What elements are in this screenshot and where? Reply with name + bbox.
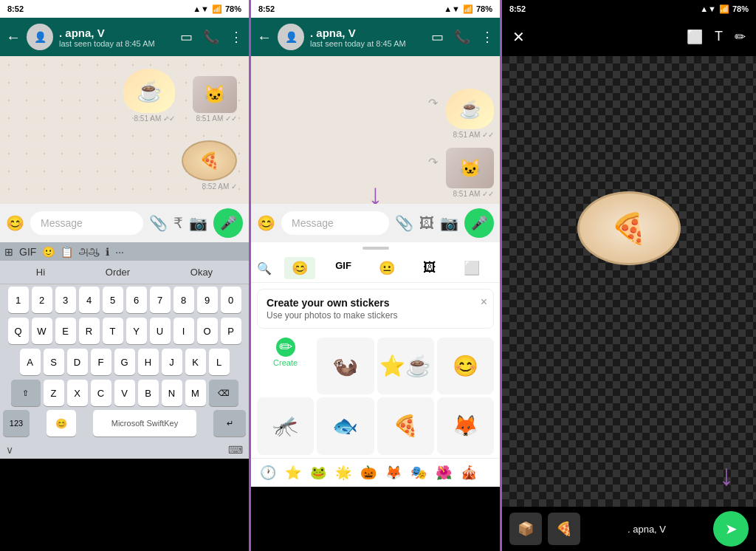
close-icon-p3[interactable]: ✕ bbox=[512, 28, 525, 46]
sticker-item-3[interactable]: 😊 bbox=[437, 338, 494, 394]
key-x[interactable]: X bbox=[67, 380, 88, 406]
camera-icon-p2[interactable]: 📷 bbox=[440, 214, 458, 232]
suggestion-okay[interactable]: Okay bbox=[190, 267, 213, 278]
key-f[interactable]: F bbox=[91, 349, 111, 375]
sticker-item-5[interactable]: 🐟 bbox=[317, 397, 374, 454]
mic-button-p1[interactable]: 🎤 bbox=[213, 208, 243, 238]
message-input-p1[interactable]: Message bbox=[30, 211, 143, 235]
sticker-item-2[interactable]: ⭐☕ bbox=[377, 338, 434, 394]
sticker-thumb-1[interactable]: 📦 bbox=[509, 513, 542, 545]
sticker-tab-create[interactable]: ⬜ bbox=[456, 257, 487, 279]
key-s[interactable]: S bbox=[44, 349, 64, 375]
key-a[interactable]: A bbox=[20, 349, 41, 375]
key-j[interactable]: J bbox=[162, 349, 182, 375]
key-shift[interactable]: ⇧ bbox=[11, 380, 41, 406]
phone-icon-p2[interactable]: 📞 bbox=[454, 29, 470, 45]
sticker-tab-stickers[interactable]: 🖼 bbox=[416, 257, 444, 279]
key-emoji[interactable]: 😊 bbox=[47, 410, 76, 437]
key-6[interactable]: 6 bbox=[126, 287, 147, 313]
forward-icon-2[interactable]: ↷ bbox=[428, 155, 438, 169]
sticker-frame-icon[interactable]: ⬜ bbox=[687, 29, 703, 45]
back-button-p2[interactable]: ← bbox=[257, 29, 272, 46]
sticker-tab-pack7[interactable]: 🎪 bbox=[461, 465, 477, 481]
sticker-item-4[interactable]: 🦟 bbox=[257, 397, 314, 454]
message-input-p2[interactable]: Message bbox=[281, 211, 389, 235]
create-sticker-button[interactable]: ✏ bbox=[276, 338, 295, 357]
key-m[interactable]: M bbox=[185, 380, 206, 406]
key-c[interactable]: C bbox=[91, 380, 111, 406]
sticker-thumb-2[interactable]: 🍕 bbox=[548, 513, 580, 545]
kb-tool-info[interactable]: ℹ bbox=[106, 246, 109, 258]
key-g[interactable]: G bbox=[114, 349, 135, 375]
suggestion-hi[interactable]: Hi bbox=[36, 267, 45, 278]
kb-tool-gif[interactable]: GIF bbox=[19, 246, 36, 258]
attach-icon-p1[interactable]: 📎 bbox=[149, 214, 168, 232]
create-banner-close[interactable]: × bbox=[481, 295, 487, 309]
sticker-tab-pack5[interactable]: 🎭 bbox=[410, 465, 427, 481]
key-v[interactable]: V bbox=[114, 380, 135, 406]
kb-tool-1[interactable]: ⊞ bbox=[4, 246, 13, 258]
sticker-tab-emoji[interactable]: 😊 bbox=[284, 257, 315, 279]
key-l[interactable]: L bbox=[209, 349, 230, 375]
suggestion-order[interactable]: Order bbox=[106, 267, 130, 278]
key-r[interactable]: R bbox=[79, 318, 100, 344]
sticker-item-7[interactable]: 🦊 bbox=[437, 397, 494, 454]
sticker-tab-recent[interactable]: 🕐 bbox=[260, 465, 276, 481]
mic-button-p2[interactable]: 🎤 bbox=[464, 208, 494, 238]
key-t[interactable]: T bbox=[103, 318, 123, 344]
key-y[interactable]: Y bbox=[126, 318, 147, 344]
key-0[interactable]: 0 bbox=[221, 287, 241, 313]
text-tool-icon[interactable]: T bbox=[715, 29, 723, 45]
attach-icon-p2[interactable]: 📎 bbox=[395, 214, 413, 232]
key-5[interactable]: 5 bbox=[103, 287, 123, 313]
sticker-tab-pack4[interactable]: 🦊 bbox=[385, 465, 402, 481]
key-e[interactable]: E bbox=[55, 318, 76, 344]
key-o[interactable]: O bbox=[197, 318, 218, 344]
key-num-switch[interactable]: 123 bbox=[3, 410, 30, 437]
key-enter[interactable]: ↵ bbox=[213, 410, 246, 437]
rupee-icon-p1[interactable]: ₹ bbox=[173, 214, 183, 232]
kb-tool-clipboard[interactable]: 📋 bbox=[61, 246, 73, 258]
key-q[interactable]: Q bbox=[8, 318, 29, 344]
camera-icon-p1[interactable]: 📷 bbox=[189, 214, 207, 232]
more-icon-p2[interactable]: ⋮ bbox=[481, 29, 494, 45]
send-button-p3[interactable]: ➤ bbox=[713, 511, 749, 547]
key-4[interactable]: 4 bbox=[79, 287, 100, 313]
key-h[interactable]: H bbox=[138, 349, 159, 375]
key-space[interactable]: Microsoft SwiftKey bbox=[93, 410, 196, 437]
more-icon-p1[interactable]: ⋮ bbox=[230, 29, 243, 45]
back-button-p1[interactable]: ← bbox=[6, 29, 21, 46]
phone-icon-p1[interactable]: 📞 bbox=[203, 29, 219, 45]
kb-tool-more[interactable]: ··· bbox=[115, 246, 124, 258]
key-layout[interactable]: ⌨ bbox=[228, 444, 243, 456]
kb-tool-lang[interactable]: அஆ bbox=[79, 245, 100, 258]
key-z[interactable]: Z bbox=[44, 380, 64, 406]
key-2[interactable]: 2 bbox=[32, 287, 52, 313]
key-d[interactable]: D bbox=[67, 349, 88, 375]
sticker-tab-pack1[interactable]: 🐸 bbox=[310, 465, 326, 481]
key-7[interactable]: 7 bbox=[150, 287, 171, 313]
draw-tool-icon[interactable]: ✏ bbox=[735, 29, 746, 45]
emoji-icon-p2[interactable]: 😊 bbox=[257, 214, 275, 232]
key-backspace[interactable]: ⌫ bbox=[209, 380, 238, 406]
key-u[interactable]: U bbox=[150, 318, 171, 344]
key-w[interactable]: W bbox=[32, 318, 52, 344]
key-i[interactable]: I bbox=[173, 318, 194, 344]
sticker-tab-fav[interactable]: ⭐ bbox=[285, 465, 301, 481]
sticker-tab-pack3[interactable]: 🎃 bbox=[360, 465, 377, 481]
sticker-tab-pack2[interactable]: 🌟 bbox=[335, 465, 351, 481]
key-hide[interactable]: ∨ bbox=[6, 444, 13, 456]
forward-icon-1[interactable]: ↷ bbox=[428, 96, 438, 110]
key-k[interactable]: K bbox=[185, 349, 206, 375]
key-8[interactable]: 8 bbox=[173, 287, 194, 313]
emoji-icon-p1[interactable]: 😊 bbox=[6, 214, 24, 232]
key-p[interactable]: P bbox=[221, 318, 241, 344]
key-n[interactable]: N bbox=[162, 380, 182, 406]
kb-tool-sticker[interactable]: 🙂 bbox=[42, 246, 55, 258]
video-call-icon-p1[interactable]: ▭ bbox=[180, 29, 193, 45]
sticker-tab-gif[interactable]: GIF bbox=[328, 257, 359, 279]
sticker-picker-icon-p2[interactable]: 🖼 bbox=[419, 215, 434, 232]
key-9[interactable]: 9 bbox=[197, 287, 218, 313]
video-call-icon-p2[interactable]: ▭ bbox=[431, 29, 444, 45]
key-b[interactable]: B bbox=[138, 380, 159, 406]
